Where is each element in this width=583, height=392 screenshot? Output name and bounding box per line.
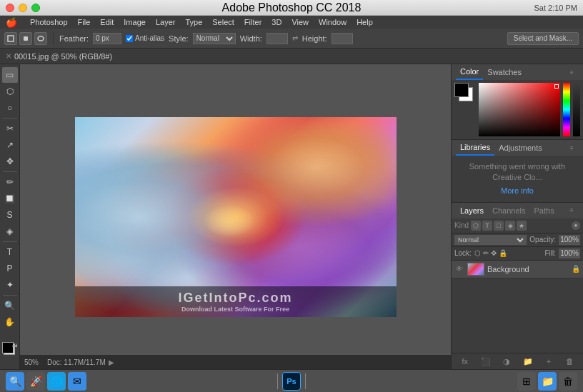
opacity-slider[interactable] bbox=[573, 83, 580, 136]
dock-safari[interactable]: 🌐 bbox=[47, 372, 66, 391]
tool-history[interactable]: ◈ bbox=[2, 223, 18, 239]
tool-move[interactable]: ↗ bbox=[2, 137, 18, 153]
tab-adjustments[interactable]: Adjustments bbox=[494, 140, 547, 156]
tab-layers[interactable]: Layers bbox=[456, 203, 488, 218]
tab-paths[interactable]: Paths bbox=[530, 203, 559, 218]
select-mask-button[interactable]: Select and Mask... bbox=[507, 32, 579, 45]
filter-smart-icon[interactable]: ◈ bbox=[505, 221, 515, 231]
tool-eraser[interactable]: 🔲 bbox=[2, 191, 18, 206]
menu-photoshop[interactable]: Photoshop bbox=[30, 18, 68, 26]
layer-name: Background bbox=[487, 265, 569, 273]
filter-text-icon[interactable]: T bbox=[482, 221, 492, 231]
filter-toggle[interactable]: ● bbox=[572, 221, 580, 230]
tab-color[interactable]: Color bbox=[456, 64, 483, 80]
toolbar-btn-3[interactable] bbox=[34, 32, 47, 45]
dock-trash[interactable]: 🗑 bbox=[559, 372, 577, 391]
tool-quick-select[interactable]: ○ bbox=[2, 100, 18, 116]
canvas-info-arrow[interactable]: ▶ bbox=[109, 358, 114, 366]
new-layer-button[interactable]: + bbox=[543, 356, 554, 367]
mask-button[interactable]: ⬛ bbox=[480, 356, 492, 367]
lock-image-icon[interactable]: ✏ bbox=[483, 249, 489, 257]
tool-shape[interactable]: ✦ bbox=[2, 277, 18, 293]
menu-type[interactable]: Type bbox=[185, 18, 202, 26]
menu-3d[interactable]: 3D bbox=[271, 18, 281, 26]
tab-libraries[interactable]: Libraries bbox=[456, 140, 494, 156]
delete-layer-button[interactable]: 🗑 bbox=[564, 356, 575, 367]
swap-colors-icon[interactable]: ⇄ bbox=[12, 342, 18, 349]
layer-item-background[interactable]: 👁 Background 🔒 bbox=[452, 261, 583, 278]
filter-shape-icon[interactable]: □ bbox=[494, 221, 504, 231]
tool-lasso[interactable]: ⬡ bbox=[2, 84, 18, 99]
width-input[interactable] bbox=[266, 33, 288, 44]
tool-brush[interactable]: ✏ bbox=[2, 174, 18, 190]
anti-alias-label[interactable]: Anti-alias bbox=[126, 34, 164, 42]
tool-separator-3 bbox=[3, 241, 17, 242]
tool-crop[interactable]: ✂ bbox=[2, 121, 18, 136]
canvas-area[interactable]: IGetIntoPc.com Download Latest Software … bbox=[20, 64, 451, 369]
tab-swatches[interactable]: Swatches bbox=[483, 64, 526, 80]
blend-mode-select[interactable]: Normal bbox=[454, 235, 527, 245]
anti-alias-checkbox[interactable] bbox=[126, 35, 133, 42]
menu-file[interactable]: File bbox=[78, 18, 91, 26]
tool-transform[interactable]: ✥ bbox=[2, 154, 18, 169]
menu-help[interactable]: Help bbox=[357, 18, 373, 26]
minimize-button[interactable] bbox=[19, 4, 27, 12]
zoom-level: 50% bbox=[24, 358, 39, 366]
dock-photoshop[interactable]: Ps bbox=[282, 372, 301, 391]
lock-all-icon[interactable]: 🔒 bbox=[499, 249, 507, 257]
height-label: Height: bbox=[302, 34, 327, 43]
libraries-panel-menu[interactable]: ≡ bbox=[570, 145, 579, 151]
left-toolbar: ▭ ⬡ ○ ✂ ↗ ✥ ✏ 🔲 S ◈ T P ✦ 🔍 ✋ bbox=[0, 64, 20, 369]
menu-image[interactable]: Image bbox=[124, 18, 146, 26]
style-select[interactable]: Normal bbox=[193, 33, 236, 44]
menu-window[interactable]: Window bbox=[319, 18, 347, 26]
menu-layer[interactable]: Layer bbox=[156, 18, 176, 26]
layer-lock-icon: 🔒 bbox=[572, 265, 580, 273]
hue-slider[interactable] bbox=[563, 83, 570, 136]
group-button[interactable]: 📁 bbox=[522, 356, 534, 367]
dock-finder[interactable]: 🔍 bbox=[6, 372, 24, 391]
dock-folder[interactable]: 📁 bbox=[538, 372, 557, 391]
right-panel: Color Swatches ≡ bbox=[451, 64, 583, 369]
fx-button[interactable]: fx bbox=[459, 356, 471, 367]
layers-filter-icons: ⬡ T □ ◈ ★ bbox=[471, 221, 527, 231]
tool-hand[interactable]: ✋ bbox=[2, 314, 18, 330]
libraries-more-info-link[interactable]: More info bbox=[501, 186, 534, 195]
layer-visibility-toggle[interactable]: 👁 bbox=[454, 264, 464, 274]
tool-marquee[interactable]: ▭ bbox=[2, 67, 18, 83]
filter-effect-icon[interactable]: ★ bbox=[517, 221, 527, 231]
menu-view[interactable]: View bbox=[292, 18, 309, 26]
tool-type[interactable]: T bbox=[2, 244, 18, 260]
toolbar-btn-1[interactable] bbox=[4, 32, 17, 45]
menu-edit[interactable]: Edit bbox=[100, 18, 114, 26]
tool-zoom[interactable]: 🔍 bbox=[2, 298, 18, 313]
apple-menu[interactable]: 🍎 bbox=[6, 17, 17, 28]
tab-close-icon[interactable]: ✕ bbox=[6, 52, 11, 60]
libraries-content: Something went wrong with Creative Clo..… bbox=[452, 156, 583, 202]
dock-mail[interactable]: ✉ bbox=[68, 372, 86, 391]
tool-clone[interactable]: S bbox=[2, 207, 18, 223]
tool-pen[interactable]: P bbox=[2, 261, 18, 276]
color-picker-row bbox=[452, 80, 583, 139]
height-input[interactable] bbox=[332, 33, 353, 44]
close-button[interactable] bbox=[6, 4, 14, 12]
menu-filter[interactable]: Filter bbox=[244, 18, 261, 26]
opacity-input[interactable] bbox=[559, 235, 580, 245]
filter-pixel-icon[interactable]: ⬡ bbox=[471, 221, 481, 231]
adjustment-button[interactable]: ◑ bbox=[501, 356, 512, 367]
lock-transparent-icon[interactable]: ⬡ bbox=[474, 249, 481, 257]
foreground-color-swatch[interactable] bbox=[454, 83, 469, 97]
dock-launchpad[interactable]: 🚀 bbox=[26, 372, 45, 391]
menu-select[interactable]: Select bbox=[212, 18, 234, 26]
fill-input[interactable] bbox=[559, 248, 580, 258]
layer-thumbnail bbox=[467, 263, 484, 276]
maximize-button[interactable] bbox=[31, 4, 40, 12]
tab-channels[interactable]: Channels bbox=[488, 203, 529, 218]
color-panel-menu[interactable]: ≡ bbox=[570, 69, 579, 76]
toolbar-btn-2[interactable] bbox=[19, 32, 32, 45]
lock-position-icon[interactable]: ✥ bbox=[491, 249, 497, 257]
feather-input[interactable] bbox=[93, 33, 121, 44]
layers-panel-menu[interactable]: ≡ bbox=[570, 207, 579, 213]
dock-apps[interactable]: ⊞ bbox=[517, 372, 536, 391]
color-saturation-field[interactable] bbox=[479, 83, 560, 136]
